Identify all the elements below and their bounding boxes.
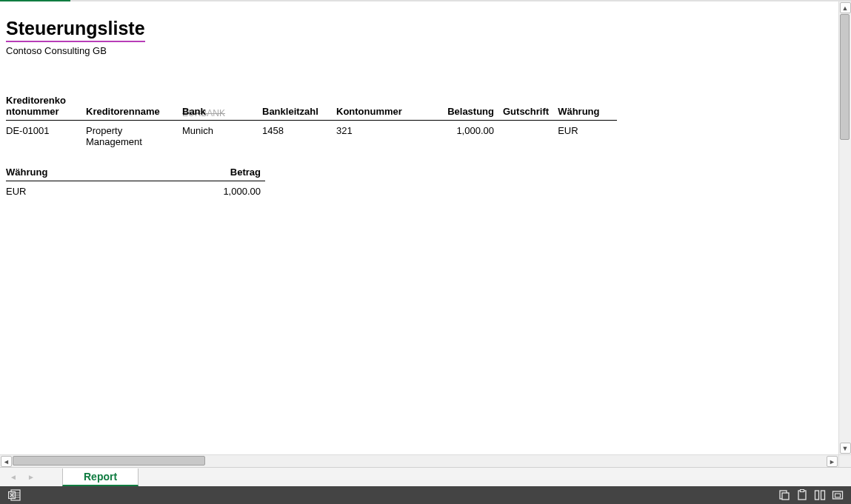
excel-logo-icon[interactable] [6,486,24,504]
vscroll-thumb[interactable] [840,14,850,140]
cell-kreditorenname: Property Management [86,121,182,149]
horizontal-scrollbar[interactable]: ◄ ► [0,454,851,467]
col-belastung: Belastung [425,93,503,121]
cell-belastung: 1,000.00 [425,121,503,149]
cell-waehrung: EUR [558,121,617,149]
cell-bank-value: Munich [182,125,213,136]
status-bar [0,486,851,504]
table-row: DE-01001 Property Management EURBANK Mun… [6,121,617,149]
app-frame: Steuerungsliste Contoso Consulting GB Kr… [0,1,851,504]
svg-rect-9 [815,491,819,500]
scell-betrag: 1,000.00 [184,181,265,199]
document-viewport: Steuerungsliste Contoso Consulting GB Kr… [0,1,851,454]
col-kreditorenkontonummer: Kreditorenko ntonummer [6,93,86,121]
summary-header-row: Währung Betrag [6,165,265,181]
main-data-table: Kreditorenko ntonummer Kreditorenname Ba… [6,93,617,149]
scol-betrag: Betrag [184,165,265,181]
page-layout-icon[interactable] [811,486,829,504]
summary-table: Währung Betrag EUR 1,000.00 [6,165,265,198]
vertical-scrollbar[interactable]: ▲ ▼ [838,1,851,454]
cell-bankleitzahl: 1458 [262,121,336,149]
tab-nav-prev-icon[interactable]: ◄ [9,473,18,482]
col-kontonummer: Kontonummer [336,93,425,121]
summary-row: EUR 1,000.00 [6,181,265,199]
report-content: Steuerungsliste Contoso Consulting GB Kr… [0,1,838,454]
col-bankleitzahl: Bankleitzahl [262,93,336,121]
report-title: Steuerungsliste [6,18,145,42]
scroll-up-arrow-icon[interactable]: ▲ [840,2,851,13]
clipboard-icon[interactable] [793,486,811,504]
cell-kontonummer: 321 [336,121,425,149]
scroll-right-arrow-icon[interactable]: ► [827,456,838,467]
scell-waehrung: EUR [6,181,184,199]
col-kreditorenname: Kreditorenname [86,93,182,121]
sheet-tab-strip: ◄ ► Report [0,467,851,486]
hscroll-track[interactable] [13,455,826,467]
svg-rect-6 [782,493,789,500]
svg-rect-10 [821,491,825,500]
cell-gutschrift [503,121,558,149]
scroll-down-arrow-icon[interactable]: ▼ [840,443,851,454]
svg-rect-8 [801,490,804,492]
tab-nav-next-icon[interactable]: ► [27,473,36,482]
cell-bank-ghost: EURBANK [182,108,225,118]
cell-bank: EURBANK Munich [182,121,262,149]
copy-icon[interactable] [775,486,793,504]
col-gutschrift: Gutschrift [503,93,558,121]
sheet-tab-report[interactable]: Report [62,468,139,486]
svg-rect-12 [835,494,841,497]
hscroll-thumb[interactable] [13,456,205,466]
cell-kreditorenkontonummer: DE-01001 [6,121,86,149]
col-waehrung: Währung [558,93,617,121]
company-name: Contoso Consulting GB [6,45,832,56]
scol-waehrung: Währung [6,165,184,181]
table-header-row: Kreditorenko ntonummer Kreditorenname Ba… [6,93,617,121]
vscroll-track[interactable] [839,14,851,442]
scrollbar-corner [838,455,851,468]
fullscreen-icon[interactable] [829,486,847,504]
scroll-left-arrow-icon[interactable]: ◄ [1,456,12,467]
